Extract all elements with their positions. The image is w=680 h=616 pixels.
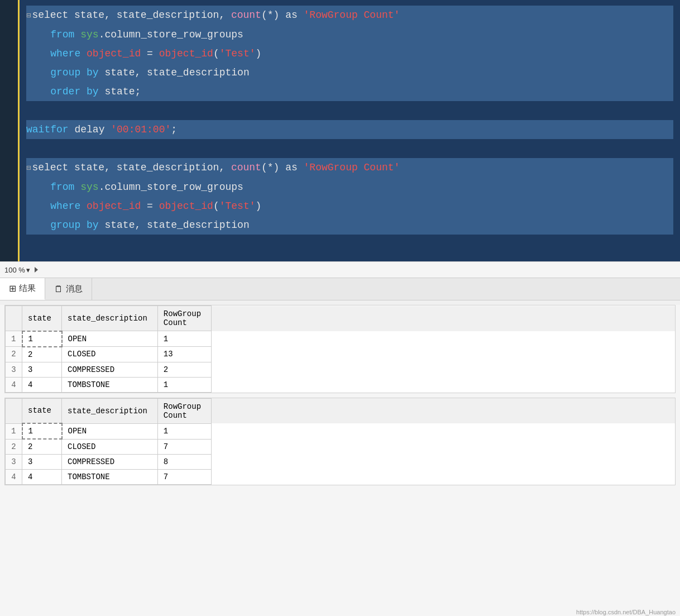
code-line-5: order by state; (26, 82, 673, 101)
code-line-4: group by state, state_description (26, 63, 673, 82)
cell-spacer (212, 470, 675, 485)
table-row: 2 2 CLOSED 13 (6, 347, 675, 362)
cell-rowgroup-count: 1 (157, 423, 211, 439)
row-num: 4 (6, 470, 22, 485)
cell-state[interactable]: 4 (22, 377, 62, 392)
header-state-desc-1: state_description (62, 306, 158, 331)
tabs-bar: ⊞ 结果 🗒 消息 (0, 278, 680, 300)
editor-area: ⊟select state, state_description, count(… (0, 0, 680, 261)
tab-messages-label: 消息 (66, 284, 83, 294)
header-rownum-2 (6, 398, 22, 423)
header-spacer-1 (212, 306, 675, 331)
header-rownum-1 (6, 306, 22, 331)
cell-state-desc: CLOSED (62, 439, 158, 455)
table-row: 4 4 TOMBSTONE 7 (6, 470, 675, 485)
zoom-dropdown[interactable]: 100 % ▾ (4, 266, 30, 274)
code-line-3: where object_id = object_id('Test') (26, 44, 673, 63)
table-row: 1 1 OPEN 1 (6, 423, 675, 439)
cell-state-desc: OPEN (62, 423, 158, 439)
row-num: 2 (6, 347, 22, 362)
tab-results-label: 结果 (19, 283, 36, 294)
cell-state-desc: TOMBSTONE (62, 470, 158, 485)
cell-state[interactable]: 3 (22, 362, 62, 377)
cell-rowgroup-count: 7 (157, 470, 211, 485)
header-state-desc-2: state_description (62, 398, 158, 423)
row-num: 1 (6, 423, 22, 439)
cell-rowgroup-count: 1 (157, 331, 211, 347)
cell-state-desc: COMPRESSED (62, 362, 158, 377)
code-line-q2-2: from sys.column_store_row_groups (26, 178, 673, 197)
results-table-icon: ⊞ (9, 283, 16, 294)
cell-state[interactable]: 2 (22, 347, 62, 362)
cell-state-desc: CLOSED (62, 347, 158, 362)
data-table-1: state state_description RowGroup Count 1… (5, 305, 675, 393)
cell-state-desc: COMPRESSED (62, 455, 158, 470)
zoom-label: 100 % (4, 266, 25, 274)
code-line-2: from sys.column_store_row_groups (26, 25, 673, 44)
code-line-q2-3: where object_id = object_id('Test') (26, 197, 673, 216)
table-row: 2 2 CLOSED 7 (6, 439, 675, 455)
row-num: 3 (6, 362, 22, 377)
header-rowgroup-count-1: RowGroup Count (157, 306, 211, 331)
cell-state[interactable]: 4 (22, 470, 62, 485)
cell-rowgroup-count: 7 (157, 439, 211, 455)
header-spacer-2 (212, 398, 675, 423)
table-row: 4 4 TOMBSTONE 1 (6, 377, 675, 392)
cell-spacer (212, 439, 675, 455)
code-line-1: ⊟select state, state_description, count(… (26, 6, 673, 25)
cell-rowgroup-count: 2 (157, 362, 211, 377)
cell-rowgroup-count: 1 (157, 377, 211, 392)
row-num: 3 (6, 455, 22, 470)
row-num: 2 (6, 439, 22, 455)
cell-state[interactable]: 3 (22, 455, 62, 470)
cell-state[interactable]: 2 (22, 439, 62, 455)
cell-state[interactable]: 1 (22, 423, 62, 439)
code-content: ⊟select state, state_description, count(… (20, 0, 680, 240)
result-table-2: state state_description RowGroup Count 1… (4, 398, 676, 486)
cell-spacer (212, 377, 675, 392)
collapse-icon-2[interactable]: ⊟ (26, 159, 31, 178)
messages-icon: 🗒 (54, 284, 63, 294)
code-line-waitfor: waitfor delay '00:01:00'; (26, 120, 673, 139)
cell-state-desc: TOMBSTONE (62, 377, 158, 392)
cell-spacer (212, 455, 675, 470)
cell-spacer (212, 362, 675, 377)
data-table-2: state state_description RowGroup Count 1… (5, 398, 675, 485)
cell-spacer (212, 347, 675, 362)
cell-state[interactable]: 1 (22, 331, 62, 347)
row-num: 1 (6, 331, 22, 347)
zoom-dropdown-arrow[interactable]: ▾ (26, 266, 30, 274)
results-area: state state_description RowGroup Count 1… (0, 305, 680, 616)
header-state-1: state (22, 306, 62, 331)
code-line-blank2 (26, 139, 673, 158)
tab-results[interactable]: ⊞ 结果 (0, 278, 45, 300)
cell-spacer (212, 331, 675, 347)
table-row: 3 3 COMPRESSED 8 (6, 455, 675, 470)
header-rowgroup-count-2: RowGroup Count (157, 398, 211, 423)
scroll-right-icon[interactable] (35, 267, 38, 273)
code-line-blank (26, 101, 673, 120)
code-line-q2-4: group by state, state_description (26, 216, 673, 235)
collapse-icon-1[interactable]: ⊟ (26, 6, 31, 25)
result-table-1: state state_description RowGroup Count 1… (4, 305, 676, 393)
watermark: https://blog.csdn.net/DBA_Huangtao (576, 609, 676, 615)
table-row: 1 1 OPEN 1 (6, 331, 675, 347)
table-row: 3 3 COMPRESSED 2 (6, 362, 675, 377)
tab-messages[interactable]: 🗒 消息 (45, 278, 92, 300)
cell-state-desc: OPEN (62, 331, 158, 347)
cell-spacer (212, 423, 675, 439)
header-state-2: state (22, 398, 62, 423)
cell-rowgroup-count: 13 (157, 347, 211, 362)
left-bar (0, 0, 20, 261)
cell-rowgroup-count: 8 (157, 455, 211, 470)
zoom-bar: 100 % ▾ (0, 261, 680, 278)
code-line-q2-1: ⊟select state, state_description, count(… (26, 158, 673, 178)
row-num: 4 (6, 377, 22, 392)
